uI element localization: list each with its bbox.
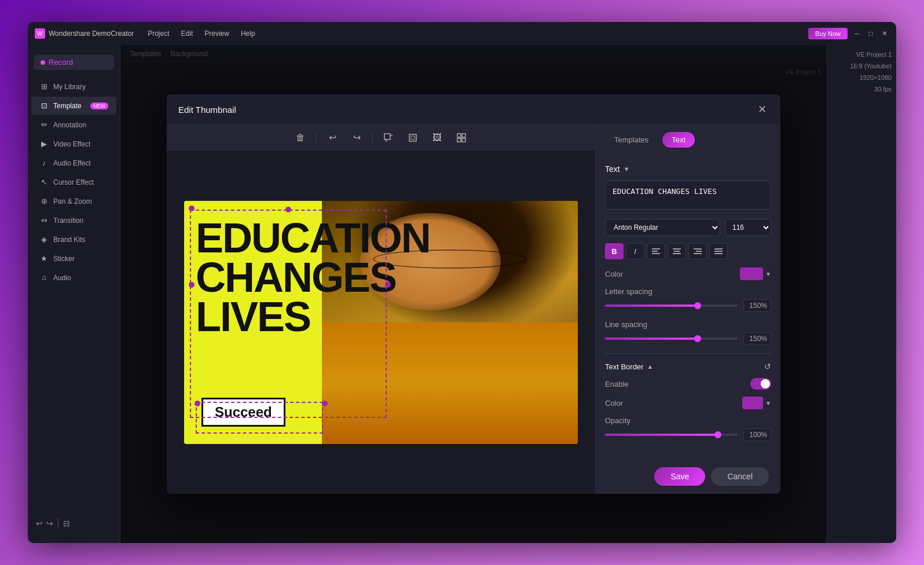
menu-project[interactable]: Project: [143, 27, 174, 40]
align-right-button[interactable]: [688, 243, 707, 259]
my-library-icon: ⊞: [39, 82, 49, 91]
sidebar-item-audio-effect[interactable]: ♪ Audio Effect: [31, 154, 116, 172]
section-divider: [605, 353, 771, 354]
selection-box-main: [190, 210, 387, 418]
sticker-icon: ★: [39, 254, 49, 263]
sidebar-item-label: Sticker: [53, 255, 75, 263]
image-button[interactable]: 🖼: [428, 129, 446, 146]
window-maximize[interactable]: □: [866, 29, 875, 38]
redo-button[interactable]: ↪: [46, 519, 53, 528]
text-border-collapse[interactable]: ▲: [647, 363, 653, 370]
sidebar-item-sticker[interactable]: ★ Sticker: [31, 250, 116, 267]
redo-canvas-button[interactable]: ↪: [348, 129, 365, 146]
undo-redo-bar: ↩ ↪ | ⊟: [28, 513, 120, 533]
enable-toggle[interactable]: [750, 378, 771, 390]
pan-zoom-icon: ⊕: [39, 197, 49, 206]
opacity-value: 100%: [743, 428, 771, 441]
align-justify-button[interactable]: [709, 243, 728, 259]
handle-top[interactable]: [285, 207, 291, 212]
thumbnail-design[interactable]: EDUCATIONCHANGESLIVES Succeed: [184, 201, 578, 444]
menu-preview[interactable]: Preview: [200, 27, 234, 40]
letter-spacing-track: [605, 304, 738, 307]
letter-spacing-value: 150%: [743, 299, 771, 312]
save-button[interactable]: Save: [654, 467, 705, 486]
bold-button[interactable]: B: [605, 243, 624, 259]
align-left-button[interactable]: [647, 243, 665, 259]
menu-edit[interactable]: Edit: [177, 27, 198, 40]
border-color-arrow[interactable]: ▼: [765, 400, 771, 406]
sidebar-item-template[interactable]: ⊡ Template NEW: [31, 97, 116, 115]
fit-button[interactable]: [404, 129, 421, 146]
color-row: Color ▼: [605, 267, 771, 280]
window-close[interactable]: ✕: [880, 29, 889, 38]
record-button[interactable]: Record: [34, 54, 114, 70]
line-spacing-label: Line spacing: [605, 320, 771, 329]
sidebar-item-label: Audio Effect: [53, 159, 91, 167]
sidebar-item-label: Pan & Zoom: [53, 197, 92, 206]
font-size-select[interactable]: 116: [725, 219, 771, 236]
opacity-thumb[interactable]: [714, 431, 721, 438]
undo-button[interactable]: ↩: [36, 519, 43, 528]
sidebar-item-label: Annotation: [53, 121, 86, 129]
sidebar-item-video-effect[interactable]: ▶ Video Effect: [31, 135, 116, 153]
letter-spacing-thumb[interactable]: [694, 302, 701, 309]
delete-button[interactable]: 🗑: [292, 129, 309, 146]
text-border-label: Text Border: [605, 362, 643, 371]
title-bar-actions: Buy Now ─ □ ✕: [808, 28, 889, 39]
line-spacing-thumb[interactable]: [694, 335, 701, 342]
handle-left[interactable]: [189, 282, 195, 288]
layout-button[interactable]: [453, 129, 470, 146]
opacity-slider-container: 100%: [605, 428, 771, 441]
text-section-arrow: ▼: [624, 166, 630, 173]
handle-right[interactable]: [385, 282, 391, 288]
window-minimize[interactable]: ─: [852, 29, 861, 38]
sidebar-item-audio[interactable]: ♫ Audio: [31, 269, 116, 287]
text-border-title: Text Border ▲: [605, 362, 653, 371]
opacity-row: Opacity 100%: [605, 416, 771, 441]
brand-kits-icon: ◈: [39, 235, 49, 244]
content-area: Templates › Background VE Project 1 Edit…: [120, 45, 827, 543]
cancel-button[interactable]: Cancel: [711, 467, 769, 486]
panel-content: Text ▼ EDUCATION CHANGES LIVES Anton Reg…: [596, 155, 780, 458]
border-color-picker[interactable]: [742, 397, 763, 409]
sidebar-item-cursor-effect[interactable]: ↖ Cursor Effect: [31, 173, 116, 191]
buy-now-button[interactable]: Buy Now: [808, 28, 848, 39]
line-spacing-slider-container: 150%: [605, 332, 771, 345]
sidebar-item-transition[interactable]: ⇔ Transition: [31, 211, 116, 229]
history-button[interactable]: ⊟: [63, 519, 70, 528]
sidebar-item-pan-zoom[interactable]: ⊕ Pan & Zoom: [31, 192, 116, 210]
align-center-button[interactable]: [668, 243, 686, 259]
opacity-fill: [605, 434, 718, 436]
tab-templates[interactable]: Templates: [605, 132, 658, 148]
crop-button[interactable]: [380, 129, 397, 146]
text-border-reset[interactable]: ↺: [764, 362, 771, 371]
canvas-area: 🗑 ↩ ↪: [167, 125, 595, 494]
project-label: VE Project 1: [832, 50, 892, 59]
sidebar-item-label: Video Effect: [53, 140, 90, 148]
handle-succeed-right[interactable]: [322, 401, 328, 406]
sidebar-item-label: Transition: [53, 217, 83, 225]
main-area: Record ⊞ My Library ⊡ Template NEW ✏ Ann…: [28, 45, 896, 543]
modal-title: Edit Thumbnail: [178, 105, 236, 115]
annotation-icon: ✏: [39, 120, 49, 129]
handle-succeed-left[interactable]: [195, 401, 200, 406]
sidebar-item-brand-kits[interactable]: ◈ Brand Kits: [31, 230, 116, 248]
line-spacing-row: Line spacing 150%: [605, 320, 771, 345]
text-input[interactable]: EDUCATION CHANGES LIVES: [605, 181, 771, 210]
right-panel: Templates Text Text ▼: [595, 125, 780, 494]
font-family-select[interactable]: Anton Regular: [605, 219, 720, 236]
color-dropdown-arrow[interactable]: ▼: [765, 271, 771, 277]
text-border-header: Text Border ▲ ↺: [605, 362, 771, 371]
handle-top-left[interactable]: [189, 206, 195, 211]
text-section-header: Text ▼: [605, 164, 771, 174]
sidebar-item-my-library[interactable]: ⊞ My Library: [31, 78, 116, 96]
sidebar: Record ⊞ My Library ⊡ Template NEW ✏ Ann…: [28, 45, 120, 543]
tab-text[interactable]: Text: [662, 132, 695, 148]
letter-spacing-row: Letter spacing 150%: [605, 287, 771, 312]
italic-button[interactable]: I: [626, 243, 644, 259]
color-picker-button[interactable]: [740, 267, 763, 280]
menu-help[interactable]: Help: [236, 27, 260, 40]
modal-close-button[interactable]: ✕: [755, 102, 769, 116]
sidebar-item-annotation[interactable]: ✏ Annotation: [31, 116, 116, 134]
undo-canvas-button[interactable]: ↩: [324, 129, 341, 146]
